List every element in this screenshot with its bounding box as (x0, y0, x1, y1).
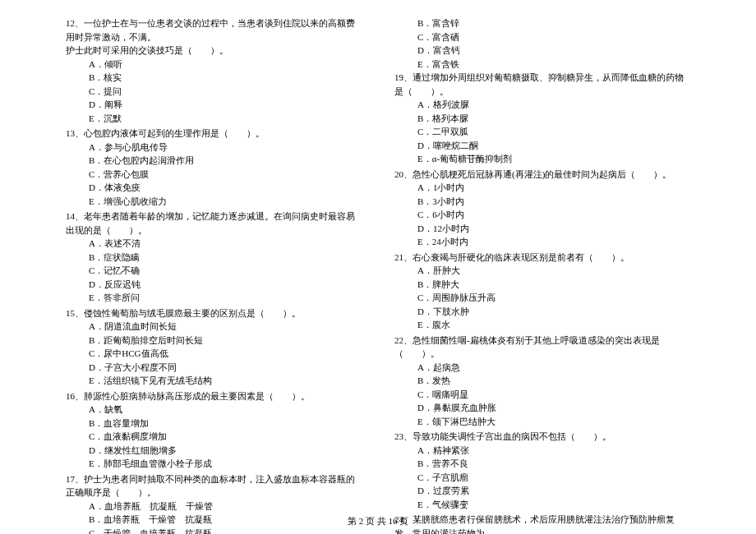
question-option: C．血液黏稠度增加 (66, 430, 362, 444)
question-option: A．阴道流血时间长短 (66, 320, 362, 334)
question-block: 14、老年患者随着年龄的增加，记忆能力逐步减退。在询问病史时最容易出现的是（ ）… (66, 209, 362, 305)
question-option: B．核实 (66, 71, 362, 85)
question-option: A．起病急 (394, 361, 690, 375)
question-option: E．增强心肌收缩力 (66, 195, 362, 209)
question-option: B．营养不良 (394, 457, 690, 471)
question-block: 13、心包腔内液体可起到的生理作用是（ ）。A．参与心肌电传导B．在心包腔内起润… (66, 127, 362, 208)
question-option: C．6小时内 (394, 208, 690, 222)
question-option: E．富含铁 (394, 58, 690, 71)
question-option: D．富含钙 (394, 44, 690, 58)
question-option: A．1小时内 (394, 181, 690, 195)
question-option: B．距葡萄胎排空后时间长短 (66, 334, 362, 348)
question-option: A．精神紧张 (394, 444, 690, 458)
question-option: E．气候骤变 (394, 498, 690, 512)
question-text: 23、导致功能失调性子宫出血的病因不包括（ ）。 (394, 430, 690, 444)
question-option: A．格列波脲 (394, 98, 690, 112)
question-block: 16、肺源性心脏病肺动脉高压形成的最主要因素是（ ）。A．缺氧B．血容量增加C．… (66, 389, 362, 471)
question-text: 20、急性心肌梗死后冠脉再通(再灌注)的最佳时间为起病后（ ）。 (394, 168, 690, 182)
question-block: 15、侵蚀性葡萄胎与绒毛膜癌最主要的区别点是（ ）。A．阴道流血时间长短B．距葡… (66, 306, 362, 388)
left-column: 12、一位护士在与一位患者交谈的过程中，当患者谈到住院以来的高额费用时异常激动，… (66, 16, 378, 534)
question-option: D．阐释 (66, 98, 362, 112)
question-option: C．营养心包膜 (66, 168, 362, 182)
question-option: D．过度劳累 (394, 484, 690, 498)
question-option: E．肺部毛细血管微小栓子形成 (66, 457, 362, 471)
question-option: D．继发性红细胞增多 (66, 444, 362, 458)
question-block: 21、右心衰竭与肝硬化的临床表现区别是前者有（ ）。A．肝肿大B．脾肿大C．周围… (394, 251, 690, 332)
question-text: 16、肺源性心脏病肺动脉高压形成的最主要因素是（ ）。 (66, 389, 362, 403)
question-option: D．噻唑烷二酮 (394, 139, 690, 153)
page-container: 12、一位护士在与一位患者交谈的过程中，当患者谈到住院以来的高额费用时异常激动，… (0, 16, 756, 534)
question-block: 19、通过增加外周组织对葡萄糖摄取、抑制糖异生，从而降低血糖的药物是（ ）。A．… (394, 71, 690, 166)
question-option: E．活组织镜下见有无绒毛结构 (66, 374, 362, 388)
question-text: 15、侵蚀性葡萄胎与绒毛膜癌最主要的区别点是（ ）。 (66, 306, 362, 320)
question-text: 14、老年患者随着年龄的增加，记忆能力逐步减退。在询问病史时最容易出现的是（ ）… (66, 209, 362, 237)
question-option: B．3小时内 (394, 195, 690, 209)
question-option: A．表述不清 (66, 237, 362, 251)
question-option: D．体液免疫 (66, 181, 362, 195)
question-text: 12、一位护士在与一位患者交谈的过程中，当患者谈到住院以来的高额费用时异常激动，… (66, 16, 362, 44)
question-option: E．沉默 (66, 112, 362, 126)
question-option: C．富含硒 (394, 30, 690, 44)
question-option: D．鼻黏膜充血肿胀 (394, 401, 690, 415)
question-block: 20、急性心肌梗死后冠脉再通(再灌注)的最佳时间为起病后（ ）。A．1小时内B．… (394, 168, 690, 249)
question-option: A．肝肿大 (394, 264, 690, 278)
question-option: C．周围静脉压升高 (394, 291, 690, 305)
question-option: E．腹水 (394, 318, 690, 332)
question-option: D．子宫大小程度不同 (66, 361, 362, 375)
question-block: 22、急性细菌性咽-扁桃体炎有别于其他上呼吸道感染的突出表现是（ ）。A．起病急… (394, 334, 690, 429)
question-option: E．24小时内 (394, 235, 690, 249)
question-option: E．答非所问 (66, 291, 362, 305)
question-option: C．记忆不确 (66, 264, 362, 278)
question-text: 17、护士为患者同时抽取不同种类的血标本时，注入盛放血标本容器瓶的正确顺序是（ … (66, 472, 362, 499)
question-option: B．发热 (394, 374, 690, 388)
question-option: A．参与心肌电传导 (66, 140, 362, 154)
question-text: 19、通过增加外周组织对葡萄糖摄取、抑制糖异生，从而降低血糖的药物是（ ）。 (394, 71, 690, 98)
question-option: D．12小时内 (394, 222, 690, 236)
question-option: B．脾肿大 (394, 278, 690, 292)
question-block: 12、一位护士在与一位患者交谈的过程中，当患者谈到住院以来的高额费用时异常激动，… (66, 16, 362, 125)
question-option: A．倾听 (66, 58, 362, 71)
question-option: D．下肢水肿 (394, 305, 690, 319)
question-option: C．咽痛明显 (394, 388, 690, 402)
question-option: E．颌下淋巴结肿大 (394, 415, 690, 429)
question-option: B．症状隐瞒 (66, 251, 362, 265)
page-footer: 第 2 页 共 16 页 (0, 515, 756, 527)
question-option: D．反应迟钝 (66, 278, 362, 292)
question-text: 21、右心衰竭与肝硬化的临床表现区别是前者有（ ）。 (394, 251, 690, 265)
question-option: A．血培养瓶 抗凝瓶 干燥管 (66, 499, 362, 513)
question-option: B．血容量增加 (66, 417, 362, 430)
question-option: C．尿中HCG值高低 (66, 347, 362, 361)
question-text: 22、急性细菌性咽-扁桃体炎有别于其他上呼吸道感染的突出表现是（ ）。 (394, 334, 690, 361)
question-text: 13、心包腔内液体可起到的生理作用是（ ）。 (66, 127, 362, 140)
right-column: B．富含锌C．富含硒D．富含钙E．富含铁19、通过增加外周组织对葡萄糖摄取、抑制… (378, 16, 690, 534)
question-option: A．缺氧 (66, 403, 362, 417)
question-option: C．子宫肌瘤 (394, 471, 690, 485)
question-option: C．提问 (66, 85, 362, 99)
question-option: B．富含锌 (394, 16, 690, 30)
question-option: C．二甲双胍 (394, 125, 690, 139)
question-option: B．在心包腔内起润滑作用 (66, 154, 362, 168)
question-continue: 护士此时可采用的交谈技巧是（ ）。 (66, 44, 362, 58)
question-option: B．格列本脲 (394, 112, 690, 126)
question-option: E．α-葡萄糖苷酶抑制剂 (394, 152, 690, 166)
question-block: 23、导致功能失调性子宫出血的病因不包括（ ）。A．精神紧张B．营养不良C．子宫… (394, 430, 690, 511)
